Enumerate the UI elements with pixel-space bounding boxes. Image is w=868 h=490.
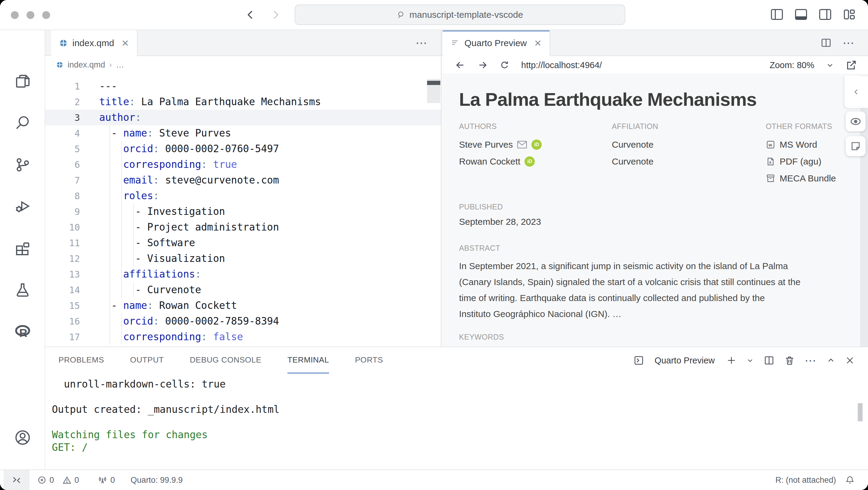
bell-icon[interactable] (845, 475, 855, 485)
code-line[interactable]: 13 affiliations: (45, 266, 441, 282)
forward-icon[interactable] (477, 60, 488, 70)
command-center-search[interactable]: manuscript-template-vscode (294, 4, 625, 25)
history-back-icon[interactable] (244, 8, 257, 21)
tab-index-qmd[interactable]: index.qmd ✕ (51, 30, 137, 56)
open-external-icon[interactable] (846, 59, 857, 71)
code-line[interactable]: 8 roles: (45, 188, 441, 204)
code-line[interactable]: 17 corresponding: false (45, 329, 441, 345)
indent-guide (121, 329, 122, 345)
breadcrumb[interactable]: index.qmd › … (45, 56, 441, 73)
indent-guide (110, 235, 110, 251)
accounts-icon[interactable] (14, 429, 31, 446)
explorer-icon[interactable] (14, 73, 31, 90)
tab-quarto-preview[interactable]: Quarto Preview ✕ (443, 30, 550, 56)
preview-url[interactable]: http://localhost:4964/ (521, 60, 602, 70)
tab-output[interactable]: OUTPUT (130, 347, 164, 374)
code-line[interactable]: 14 - Curvenote (45, 282, 441, 298)
line-number: 3 (45, 110, 80, 126)
code-line[interactable]: 5 orcid: 0000-0002-0760-5497 (45, 141, 441, 157)
annotation-note-button[interactable] (846, 136, 866, 156)
code-line[interactable]: 2title: La Palma Earthquake Mechanisms (45, 94, 441, 110)
preview-more-actions-icon[interactable]: ⋯ (843, 36, 855, 50)
code-line[interactable]: 6 corresponding: true (45, 157, 441, 172)
toggle-panel-icon[interactable] (795, 8, 808, 21)
tab-debug-console[interactable]: DEBUG CONSOLE (190, 347, 261, 374)
new-terminal-icon[interactable] (726, 355, 737, 365)
code-line[interactable]: 3author: (45, 110, 441, 125)
indent-guide (121, 172, 122, 188)
indent-guide (121, 314, 122, 329)
quarto-version-status[interactable]: Quarto: 99.9.9 (131, 476, 183, 485)
extensions-icon[interactable] (14, 240, 31, 257)
mail-icon[interactable] (517, 140, 527, 149)
problems-status[interactable]: 0 0 (37, 476, 79, 485)
customize-layout-icon[interactable] (843, 8, 856, 21)
close-panel-icon[interactable] (845, 356, 855, 365)
back-icon[interactable] (455, 60, 466, 70)
r-session-status[interactable]: R: (not attached) (775, 476, 836, 485)
code-line[interactable]: 9 - Investigation (45, 204, 441, 219)
line-number: 8 (45, 188, 80, 204)
reload-icon[interactable] (499, 60, 510, 70)
editor-more-actions-icon[interactable]: ⋯ (415, 36, 428, 50)
close-tab-icon[interactable]: ✕ (534, 38, 542, 48)
terminal-scrollbar-thumb[interactable] (858, 403, 863, 421)
toggle-primary-sidebar-icon[interactable] (770, 8, 783, 21)
terminal-line (52, 416, 868, 428)
testing-beaker-icon[interactable] (14, 282, 31, 298)
line-number: 14 (45, 282, 80, 298)
r-lang-icon[interactable]: R (14, 323, 31, 340)
code-line[interactable]: 15 - name: Rowan Cockett (45, 298, 441, 314)
ports-status[interactable]: 0 (98, 475, 115, 485)
sidebar-collapse-flap[interactable] (844, 76, 868, 108)
terminal-dropdown-chevron-icon[interactable] (746, 357, 754, 364)
code-line[interactable]: 12 - Visualization (45, 251, 441, 266)
kill-terminal-trash-icon[interactable] (784, 355, 795, 366)
format-link[interactable]: MECA Bundle (766, 170, 868, 187)
search-view-icon[interactable] (14, 114, 31, 131)
breadcrumb-file[interactable]: index.qmd (67, 60, 105, 70)
authors-label: AUTHORS (459, 122, 612, 131)
close-window-button[interactable] (11, 11, 19, 19)
split-terminal-icon[interactable] (764, 355, 775, 366)
zoom-window-button[interactable] (42, 11, 50, 19)
code-line[interactable]: 4 - name: Steve Purves (45, 125, 441, 141)
orcid-icon[interactable]: iD (531, 139, 542, 150)
editor-tab-bar: index.qmd ✕ ⋯ (45, 30, 441, 56)
pdf-file-icon: A (766, 157, 775, 166)
close-tab-icon[interactable]: ✕ (121, 38, 129, 48)
history-forward-icon[interactable] (269, 8, 282, 21)
code-line[interactable]: 16 orcid: 0000-0002-7859-8394 (45, 314, 441, 329)
panel-tab-bar: PROBLEMS OUTPUT DEBUG CONSOLE TERMINAL P… (45, 347, 868, 374)
remote-indicator[interactable] (4, 470, 30, 490)
orcid-icon[interactable]: iD (525, 156, 535, 167)
tab-problems[interactable]: PROBLEMS (59, 347, 104, 374)
line-number: 15 (45, 298, 80, 314)
minimize-window-button[interactable] (27, 11, 34, 19)
terminal-instance-label[interactable]: Quarto Preview (654, 356, 715, 365)
abstract-line: (Canary Islands, Spain) signaled the sta… (459, 274, 868, 290)
terminal-line: Output created: _manuscript/index.html (52, 403, 868, 416)
editor-scrollbar-thumb[interactable] (427, 81, 440, 85)
split-editor-icon[interactable] (820, 37, 832, 48)
source-control-icon[interactable] (14, 156, 31, 173)
terminal-output[interactable]: unroll-markdown-cells: true Output creat… (45, 374, 868, 454)
tab-terminal[interactable]: TERMINAL (287, 347, 329, 374)
indent-guide (133, 235, 134, 251)
panel-more-actions-icon[interactable]: ⋯ (805, 354, 817, 367)
toggle-secondary-sidebar-icon[interactable] (818, 8, 832, 21)
chevron-down-icon[interactable] (826, 61, 834, 69)
breadcrumb-more[interactable]: … (116, 60, 124, 70)
zoom-select[interactable]: Zoom: 80% (770, 60, 814, 70)
code-editor[interactable]: 1---2title: La Palma Earthquake Mechanis… (45, 73, 441, 345)
code-line[interactable]: 1--- (45, 78, 441, 94)
code-line[interactable]: 11 - Software (45, 235, 441, 251)
tab-ports[interactable]: PORTS (355, 347, 383, 374)
run-debug-icon[interactable] (14, 198, 31, 215)
editor-group: index.qmd ✕ ⋯ index.qmd › … 1---2title: … (45, 30, 441, 347)
indent-guide (110, 204, 110, 219)
maximize-panel-chevron-icon[interactable] (826, 356, 835, 365)
code-line[interactable]: 7 email: steve@curvenote.com (45, 172, 441, 188)
highlights-eye-button[interactable] (846, 111, 866, 131)
code-line[interactable]: 10 - Project administration (45, 219, 441, 235)
